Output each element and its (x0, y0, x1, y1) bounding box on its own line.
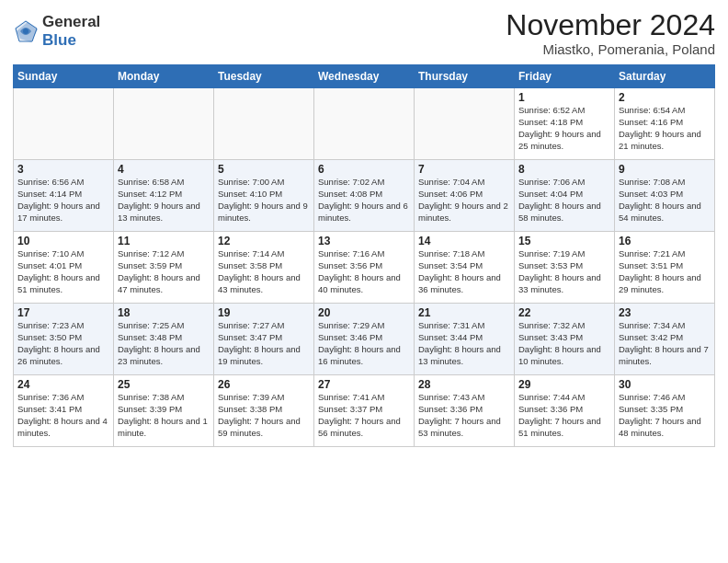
month-title: November 2024 (506, 9, 715, 41)
day-info: Sunrise: 7:14 AM Sunset: 3:58 PM Dayligh… (218, 248, 310, 295)
table-row: 5Sunrise: 7:00 AM Sunset: 4:10 PM Daylig… (214, 160, 314, 232)
day-info: Sunrise: 7:38 AM Sunset: 3:39 PM Dayligh… (118, 392, 210, 439)
col-tuesday: Tuesday (214, 65, 314, 88)
day-number: 24 (17, 378, 109, 391)
table-row: 18Sunrise: 7:25 AM Sunset: 3:48 PM Dayli… (114, 304, 214, 375)
day-info: Sunrise: 7:27 AM Sunset: 3:47 PM Dayligh… (218, 320, 310, 367)
day-number: 11 (118, 235, 210, 247)
table-row: 4Sunrise: 6:58 AM Sunset: 4:12 PM Daylig… (114, 160, 214, 232)
day-number: 12 (218, 235, 310, 247)
table-row: 27Sunrise: 7:41 AM Sunset: 3:37 PM Dayli… (314, 375, 415, 447)
day-info: Sunrise: 6:52 AM Sunset: 4:18 PM Dayligh… (518, 105, 610, 152)
table-row: 24Sunrise: 7:36 AM Sunset: 3:41 PM Dayli… (14, 375, 114, 447)
logo-blue: Blue (42, 31, 76, 49)
logo-general: General (42, 13, 100, 30)
table-row (114, 88, 214, 160)
col-wednesday: Wednesday (314, 65, 415, 88)
day-info: Sunrise: 7:10 AM Sunset: 4:01 PM Dayligh… (17, 248, 109, 295)
day-info: Sunrise: 7:36 AM Sunset: 3:41 PM Dayligh… (17, 392, 109, 439)
table-row: 30Sunrise: 7:46 AM Sunset: 3:35 PM Dayli… (615, 375, 715, 447)
calendar-week-row: 24Sunrise: 7:36 AM Sunset: 3:41 PM Dayli… (14, 375, 715, 447)
calendar-week-row: 1Sunrise: 6:52 AM Sunset: 4:18 PM Daylig… (14, 88, 715, 160)
day-info: Sunrise: 7:04 AM Sunset: 4:06 PM Dayligh… (418, 177, 510, 224)
day-info: Sunrise: 7:43 AM Sunset: 3:36 PM Dayligh… (418, 392, 510, 439)
day-number: 27 (318, 378, 410, 391)
day-info: Sunrise: 7:21 AM Sunset: 3:51 PM Dayligh… (619, 248, 711, 295)
title-block: November 2024 Miastko, Pomerania, Poland (506, 9, 715, 57)
day-number: 29 (518, 378, 610, 391)
col-saturday: Saturday (615, 65, 715, 88)
day-number: 21 (418, 306, 510, 319)
day-number: 6 (318, 163, 410, 176)
day-info: Sunrise: 7:32 AM Sunset: 3:43 PM Dayligh… (518, 320, 610, 367)
col-sunday: Sunday (14, 65, 114, 88)
table-row: 6Sunrise: 7:02 AM Sunset: 4:08 PM Daylig… (314, 160, 415, 232)
table-row (214, 88, 314, 160)
table-row (314, 88, 415, 160)
day-info: Sunrise: 7:19 AM Sunset: 3:53 PM Dayligh… (518, 248, 610, 295)
table-row: 15Sunrise: 7:19 AM Sunset: 3:53 PM Dayli… (515, 232, 615, 304)
day-number: 15 (518, 235, 610, 247)
logo-icon (13, 18, 39, 44)
table-row: 16Sunrise: 7:21 AM Sunset: 3:51 PM Dayli… (615, 232, 715, 304)
table-row: 7Sunrise: 7:04 AM Sunset: 4:06 PM Daylig… (415, 160, 515, 232)
day-number: 16 (619, 235, 711, 247)
table-row: 20Sunrise: 7:29 AM Sunset: 3:46 PM Dayli… (314, 304, 415, 375)
day-number: 14 (418, 235, 510, 247)
calendar-week-row: 17Sunrise: 7:23 AM Sunset: 3:50 PM Dayli… (14, 304, 715, 375)
day-info: Sunrise: 6:56 AM Sunset: 4:14 PM Dayligh… (17, 177, 109, 224)
day-info: Sunrise: 7:34 AM Sunset: 3:42 PM Dayligh… (619, 320, 711, 367)
day-number: 28 (418, 378, 510, 391)
day-info: Sunrise: 7:18 AM Sunset: 3:54 PM Dayligh… (418, 248, 510, 295)
table-row: 22Sunrise: 7:32 AM Sunset: 3:43 PM Dayli… (515, 304, 615, 375)
col-monday: Monday (114, 65, 214, 88)
table-row: 11Sunrise: 7:12 AM Sunset: 3:59 PM Dayli… (114, 232, 214, 304)
day-number: 1 (518, 91, 610, 104)
table-row: 12Sunrise: 7:14 AM Sunset: 3:58 PM Dayli… (214, 232, 314, 304)
table-row: 10Sunrise: 7:10 AM Sunset: 4:01 PM Dayli… (14, 232, 114, 304)
day-number: 7 (418, 163, 510, 176)
day-info: Sunrise: 7:39 AM Sunset: 3:38 PM Dayligh… (218, 392, 310, 439)
page-header: General Blue November 2024 Miastko, Pome… (13, 9, 715, 57)
day-number: 5 (218, 163, 310, 176)
table-row: 3Sunrise: 6:56 AM Sunset: 4:14 PM Daylig… (14, 160, 114, 232)
day-number: 4 (118, 163, 210, 176)
day-info: Sunrise: 7:16 AM Sunset: 3:56 PM Dayligh… (318, 248, 410, 295)
logo-text: General Blue (42, 13, 100, 49)
table-row: 1Sunrise: 6:52 AM Sunset: 4:18 PM Daylig… (515, 88, 615, 160)
table-row: 29Sunrise: 7:44 AM Sunset: 3:36 PM Dayli… (515, 375, 615, 447)
table-row: 14Sunrise: 7:18 AM Sunset: 3:54 PM Dayli… (415, 232, 515, 304)
day-number: 3 (17, 163, 109, 176)
day-info: Sunrise: 7:06 AM Sunset: 4:04 PM Dayligh… (518, 177, 610, 224)
calendar-week-row: 10Sunrise: 7:10 AM Sunset: 4:01 PM Dayli… (14, 232, 715, 304)
logo: General Blue (13, 13, 100, 49)
table-row: 9Sunrise: 7:08 AM Sunset: 4:03 PM Daylig… (615, 160, 715, 232)
day-info: Sunrise: 6:54 AM Sunset: 4:16 PM Dayligh… (619, 105, 711, 152)
calendar-header-row: Sunday Monday Tuesday Wednesday Thursday… (14, 65, 715, 88)
day-info: Sunrise: 7:46 AM Sunset: 3:35 PM Dayligh… (619, 392, 711, 439)
day-info: Sunrise: 6:58 AM Sunset: 4:12 PM Dayligh… (118, 177, 210, 224)
day-number: 26 (218, 378, 310, 391)
table-row: 28Sunrise: 7:43 AM Sunset: 3:36 PM Dayli… (415, 375, 515, 447)
table-row: 8Sunrise: 7:06 AM Sunset: 4:04 PM Daylig… (515, 160, 615, 232)
calendar-table: Sunday Monday Tuesday Wednesday Thursday… (13, 64, 715, 447)
day-number: 19 (218, 306, 310, 319)
day-info: Sunrise: 7:44 AM Sunset: 3:36 PM Dayligh… (518, 392, 610, 439)
day-number: 20 (318, 306, 410, 319)
day-number: 13 (318, 235, 410, 247)
svg-point-3 (23, 29, 28, 34)
location-subtitle: Miastko, Pomerania, Poland (506, 41, 715, 57)
col-friday: Friday (515, 65, 615, 88)
col-thursday: Thursday (415, 65, 515, 88)
calendar-week-row: 3Sunrise: 6:56 AM Sunset: 4:14 PM Daylig… (14, 160, 715, 232)
day-number: 18 (118, 306, 210, 319)
table-row: 19Sunrise: 7:27 AM Sunset: 3:47 PM Dayli… (214, 304, 314, 375)
day-number: 23 (619, 306, 711, 319)
page-container: General Blue November 2024 Miastko, Pome… (0, 0, 728, 563)
day-info: Sunrise: 7:12 AM Sunset: 3:59 PM Dayligh… (118, 248, 210, 295)
day-number: 17 (17, 306, 109, 319)
day-number: 25 (118, 378, 210, 391)
table-row: 23Sunrise: 7:34 AM Sunset: 3:42 PM Dayli… (615, 304, 715, 375)
day-number: 8 (518, 163, 610, 176)
day-number: 22 (518, 306, 610, 319)
